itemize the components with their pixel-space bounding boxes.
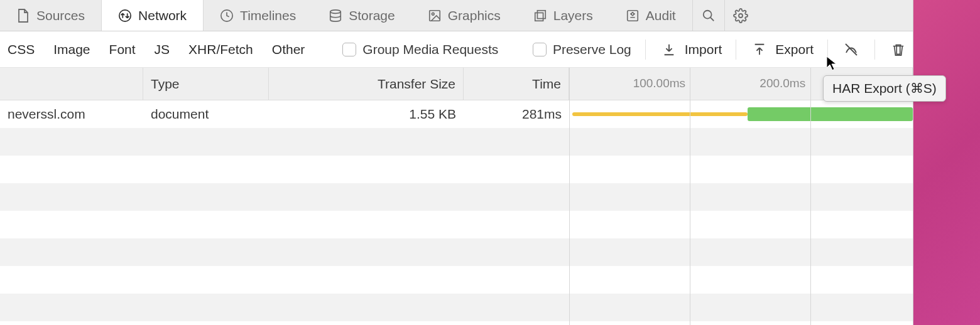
upload-icon <box>750 40 769 59</box>
database-icon <box>329 9 342 23</box>
checkbox-icon <box>533 43 547 56</box>
tab-network[interactable]: Network <box>101 0 204 31</box>
cell-waterfall <box>569 100 913 128</box>
tab-graphics[interactable]: Graphics <box>411 0 517 31</box>
table-row <box>0 321 913 325</box>
table-row <box>0 128 913 156</box>
checkbox-icon <box>342 43 356 56</box>
import-button[interactable]: Import <box>660 40 722 59</box>
table-row <box>0 294 913 321</box>
settings-button[interactable] <box>725 0 756 31</box>
button-label: Import <box>685 42 722 57</box>
column-type[interactable]: Type <box>143 68 269 100</box>
network-table-header: Type Transfer Size Time 100.00ms 200.0ms <box>0 68 913 100</box>
filter-font[interactable]: Font <box>107 42 138 57</box>
cell-name: neverssl.com <box>0 107 143 122</box>
column-name[interactable] <box>0 68 143 100</box>
checkbox-label: Group Media Requests <box>362 42 498 57</box>
filter-image[interactable]: Image <box>51 42 92 57</box>
image-icon <box>428 9 442 23</box>
network-options-bar: CSS Image Font JS XHR/Fetch Other Group … <box>0 31 913 68</box>
cell-size: 1.55 KB <box>269 107 464 122</box>
export-button[interactable]: Export <box>750 40 814 59</box>
filter-other[interactable]: Other <box>270 42 308 57</box>
table-row <box>0 156 913 183</box>
svg-point-8 <box>703 10 711 18</box>
svg-point-0 <box>119 9 131 21</box>
svg-rect-5 <box>535 13 543 21</box>
svg-rect-6 <box>537 10 545 18</box>
svg-point-4 <box>432 13 434 15</box>
svg-rect-3 <box>429 10 440 21</box>
button-label: Export <box>775 42 814 57</box>
table-row <box>0 238 913 266</box>
network-table-body: neverssl.com document 1.55 KB 281ms <box>0 100 913 325</box>
layers-icon <box>533 9 547 23</box>
tab-label: Storage <box>349 8 395 23</box>
filter-css[interactable]: CSS <box>5 42 37 57</box>
table-row <box>0 211 913 238</box>
document-icon <box>16 9 30 23</box>
column-transfer-size[interactable]: Transfer Size <box>269 68 464 100</box>
preserve-log-checkbox[interactable]: Preserve Log <box>533 42 631 57</box>
cell-type: document <box>143 107 269 122</box>
clear-filters-button[interactable] <box>842 40 861 59</box>
timeline-tick-label: 100.00ms <box>633 77 689 90</box>
audit-icon <box>626 9 640 23</box>
desktop-background <box>913 0 980 325</box>
svg-point-9 <box>739 14 743 18</box>
devtools-tabbar: Sources Network Timelines <box>0 0 913 31</box>
tab-label: Sources <box>36 8 85 23</box>
tab-label: Audit <box>646 8 676 23</box>
tab-label: Layers <box>553 8 593 23</box>
column-time[interactable]: Time <box>464 68 569 100</box>
filter-xhr[interactable]: XHR/Fetch <box>186 42 256 57</box>
tab-audit[interactable]: Audit <box>609 0 692 31</box>
tab-timelines[interactable]: Timelines <box>204 0 312 31</box>
cell-time: 281ms <box>464 107 569 122</box>
tab-label: Graphics <box>448 8 501 23</box>
network-icon <box>118 9 132 23</box>
export-tooltip: HAR Export (⌘S) <box>823 75 946 102</box>
tab-label: Timelines <box>240 8 296 23</box>
table-row <box>0 266 913 294</box>
filter-js[interactable]: JS <box>152 42 173 57</box>
table-row <box>0 183 913 211</box>
search-button[interactable] <box>693 0 724 31</box>
waterfall-waiting-bar <box>572 112 748 116</box>
tab-sources[interactable]: Sources <box>0 0 101 31</box>
tab-layers[interactable]: Layers <box>517 0 609 31</box>
tab-label: Network <box>138 8 187 23</box>
svg-point-2 <box>330 9 341 13</box>
table-row[interactable]: neverssl.com document 1.55 KB 281ms <box>0 100 913 128</box>
clock-icon <box>220 9 234 23</box>
trash-button[interactable] <box>889 40 908 59</box>
tab-storage[interactable]: Storage <box>312 0 411 31</box>
waterfall-download-bar <box>748 107 913 121</box>
timeline-tick-label: 200.0ms <box>760 77 809 90</box>
group-media-checkbox[interactable]: Group Media Requests <box>342 42 498 57</box>
download-icon <box>660 40 678 59</box>
checkbox-label: Preserve Log <box>553 42 631 57</box>
